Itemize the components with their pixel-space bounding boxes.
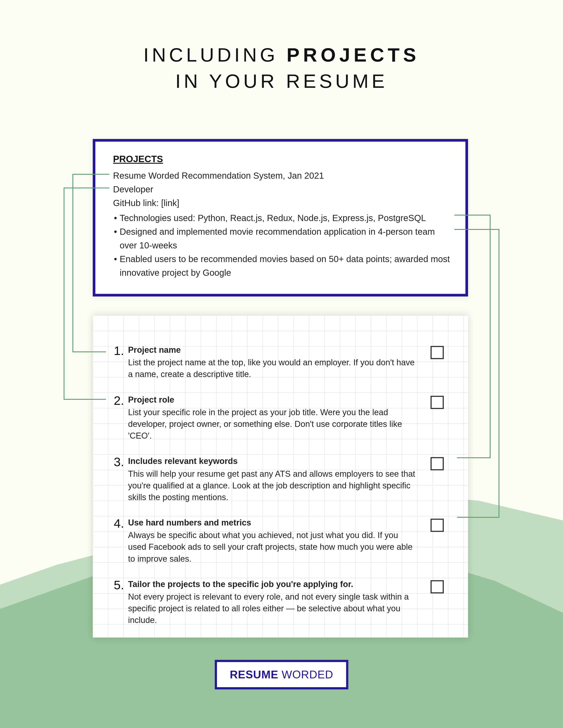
checkbox-icon[interactable]	[431, 396, 444, 409]
checkbox-icon[interactable]	[431, 457, 444, 470]
checkbox-icon[interactable]	[431, 519, 444, 532]
check-text: Project role List your specific role in …	[128, 394, 444, 442]
project-bullet: Designed and implemented movie recommend…	[113, 225, 450, 252]
projects-heading: PROJECTS	[113, 154, 450, 164]
title-line1-pre: INCLUDING	[143, 44, 287, 66]
check-item-2: 2. Project role List your specific role …	[108, 394, 444, 442]
check-body: List the project name at the top, like y…	[128, 358, 415, 379]
check-body: Not every project is relevant to every r…	[128, 592, 409, 625]
check-number: 5.	[108, 578, 128, 591]
check-body: Always be specific about what you achiev…	[128, 531, 413, 563]
check-number: 3.	[108, 455, 128, 468]
check-item-4: 4. Use hard numbers and metrics Always b…	[108, 517, 444, 565]
project-bullets: Technologies used: Python, React.js, Red…	[113, 211, 450, 280]
check-item-5: 5. Tailor the projects to the specific j…	[108, 578, 444, 626]
check-title: Use hard numbers and metrics	[128, 517, 417, 529]
check-number: 4.	[108, 517, 128, 530]
project-bullet: Technologies used: Python, React.js, Red…	[113, 211, 450, 225]
project-bullet: Enabled users to be recommended movies b…	[113, 252, 450, 280]
check-text: Includes relevant keywords This will hel…	[128, 455, 444, 503]
check-body: List your specific role in the project a…	[128, 408, 402, 440]
check-text: Tailor the projects to the specific job …	[128, 578, 444, 626]
project-title-line: Resume Worded Recommendation System, Jan…	[113, 169, 450, 182]
project-github-line: GitHub link: [link]	[113, 196, 450, 210]
check-title: Tailor the projects to the specific job …	[128, 578, 417, 590]
checkbox-icon[interactable]	[431, 346, 444, 359]
check-title: Project role	[128, 394, 417, 406]
resume-worded-logo: RESUME WORDED	[215, 660, 349, 689]
check-number: 1.	[108, 344, 128, 357]
logo-rest: WORDED	[278, 668, 334, 681]
checkbox-icon[interactable]	[431, 580, 444, 593]
projects-body: Resume Worded Recommendation System, Jan…	[113, 169, 450, 280]
check-text: Use hard numbers and metrics Always be s…	[128, 517, 444, 565]
title-line2: IN YOUR RESUME	[0, 68, 563, 94]
page-title: INCLUDING PROJECTS IN YOUR RESUME	[0, 42, 563, 94]
check-number: 2.	[108, 394, 128, 407]
projects-card: PROJECTS Resume Worded Recommendation Sy…	[93, 139, 468, 296]
check-item-1: 1. Project name List the project name at…	[108, 344, 444, 380]
project-role-line: Developer	[113, 182, 450, 196]
check-text: Project name List the project name at th…	[128, 344, 444, 380]
check-item-3: 3. Includes relevant keywords This will …	[108, 455, 444, 503]
checklist-card: 1. Project name List the project name at…	[93, 315, 468, 638]
check-title: Includes relevant keywords	[128, 455, 417, 467]
title-line1-bold: PROJECTS	[287, 44, 420, 66]
check-title: Project name	[128, 344, 417, 356]
logo-bold: RESUME	[230, 668, 278, 681]
check-body: This will help your resume get past any …	[128, 469, 415, 502]
